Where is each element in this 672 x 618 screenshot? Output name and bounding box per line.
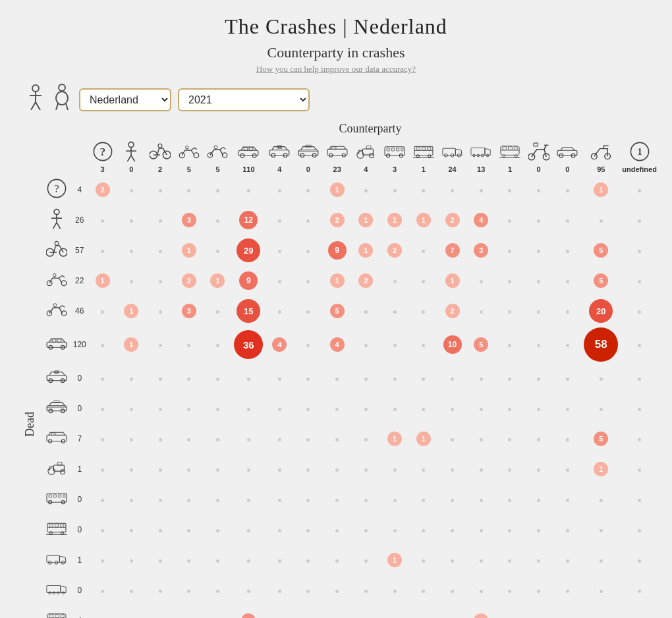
dot-10-4 — [216, 499, 219, 502]
dot-11-11 — [422, 529, 425, 532]
cell-11-2 — [146, 515, 175, 545]
svg-rect-87 — [534, 143, 538, 146]
cell-13-10 — [380, 575, 409, 605]
col-count-6: 4 — [277, 165, 281, 173]
svg-rect-148 — [61, 524, 64, 527]
cell-8-12 — [438, 424, 467, 454]
dot-7-0 — [101, 408, 104, 411]
row-icon-9 — [42, 454, 71, 484]
svg-rect-124 — [47, 406, 67, 411]
cell-5-16 — [553, 326, 582, 363]
dot-9-6 — [278, 468, 281, 472]
person-icon-1 — [26, 84, 45, 115]
cell-1-10: 1 — [380, 205, 409, 235]
bubble-2-12: 7 — [445, 243, 460, 258]
svg-point-11 — [128, 142, 134, 148]
cell-3-6 — [265, 266, 294, 296]
bubble-4-12: 2 — [445, 304, 460, 318]
col-header-11: 1 — [409, 140, 438, 175]
cell-8-4 — [204, 424, 233, 454]
cell-8-7 — [294, 424, 323, 454]
cell-2-3: 1 — [175, 235, 204, 266]
bubble-5-8: 4 — [330, 337, 345, 352]
cell-9-18 — [620, 454, 659, 484]
dot-6-17 — [600, 378, 603, 381]
dot-5-7 — [306, 344, 310, 347]
bubble-0-8: 1 — [330, 183, 345, 197]
svg-line-101 — [57, 223, 61, 229]
country-select[interactable]: Nederland Belgium Germany — [79, 88, 171, 111]
dot-0-7 — [306, 189, 310, 192]
cell-6-9 — [352, 363, 381, 393]
cell-6-13 — [466, 363, 495, 393]
dot-9-12 — [451, 468, 454, 472]
dot-8-8 — [335, 438, 339, 441]
row-count-12: 1 — [71, 545, 88, 575]
bubble-1-3: 3 — [182, 213, 196, 227]
dot-12-3 — [187, 559, 190, 563]
bubble-0-0: 2 — [96, 183, 110, 197]
cell-0-2 — [146, 175, 175, 205]
cell-13-18 — [620, 575, 659, 605]
dot-8-7 — [306, 438, 310, 441]
row-icon-14 — [42, 605, 71, 618]
row-count-8: 7 — [71, 424, 88, 454]
dot-7-5 — [247, 408, 250, 411]
cell-14-16 — [553, 605, 582, 618]
dot-8-1 — [130, 438, 133, 441]
cell-13-4 — [204, 575, 233, 605]
dot-7-6 — [278, 408, 281, 411]
cell-6-7 — [294, 363, 323, 393]
dot-2-0 — [101, 250, 104, 253]
dead-label: Dead — [20, 122, 40, 618]
cell-2-1 — [117, 235, 146, 266]
dot-11-15 — [537, 529, 540, 532]
bubble-2-5: 29 — [237, 239, 260, 262]
cell-0-15 — [524, 175, 553, 205]
cell-14-15 — [524, 605, 553, 618]
cell-13-14 — [495, 575, 524, 605]
help-link[interactable]: How you can help improve our data accura… — [13, 64, 659, 74]
dot-8-18 — [638, 438, 641, 441]
cell-6-6 — [265, 363, 294, 393]
row-icon-4 — [42, 296, 71, 326]
svg-rect-54 — [387, 148, 389, 151]
dot-1-14 — [508, 219, 511, 223]
cell-11-8 — [323, 515, 352, 545]
cell-5-6: 4 — [265, 326, 294, 363]
dot-13-8 — [335, 590, 339, 593]
dot-0-1 — [130, 189, 133, 192]
row-count-spacer — [71, 140, 88, 175]
col-icon-13 — [470, 141, 491, 165]
cell-7-15 — [524, 393, 553, 424]
bubble-3-3: 2 — [182, 273, 196, 288]
cell-0-8: 1 — [323, 175, 352, 205]
dot-10-8 — [335, 499, 339, 502]
cell-14-8 — [323, 605, 352, 618]
svg-rect-135 — [53, 465, 64, 471]
dot-6-1 — [130, 378, 133, 381]
cell-7-13 — [466, 393, 495, 424]
dot-10-14 — [508, 499, 511, 502]
svg-rect-164 — [55, 615, 59, 618]
cell-14-6 — [265, 605, 294, 618]
cell-9-12 — [438, 454, 467, 484]
svg-rect-88 — [558, 150, 578, 155]
cell-1-0 — [88, 205, 117, 235]
cell-2-15 — [524, 235, 553, 266]
dot-1-1 — [130, 219, 133, 223]
cell-4-15 — [524, 296, 553, 326]
col-header-0: ? 3 — [88, 140, 117, 175]
dot-12-13 — [480, 559, 483, 563]
dot-13-2 — [159, 590, 162, 593]
cell-3-16 — [553, 266, 582, 296]
svg-line-4 — [36, 102, 40, 110]
dot-6-4 — [216, 378, 219, 381]
svg-text:TAXI: TAXI — [54, 372, 60, 375]
dot-12-4 — [216, 559, 219, 563]
cell-1-9: 1 — [352, 205, 381, 235]
cell-3-15 — [524, 266, 553, 296]
year-select[interactable]: 2021 2020 2019 — [178, 88, 310, 111]
dot-10-15 — [537, 499, 540, 502]
svg-rect-77 — [503, 147, 507, 150]
